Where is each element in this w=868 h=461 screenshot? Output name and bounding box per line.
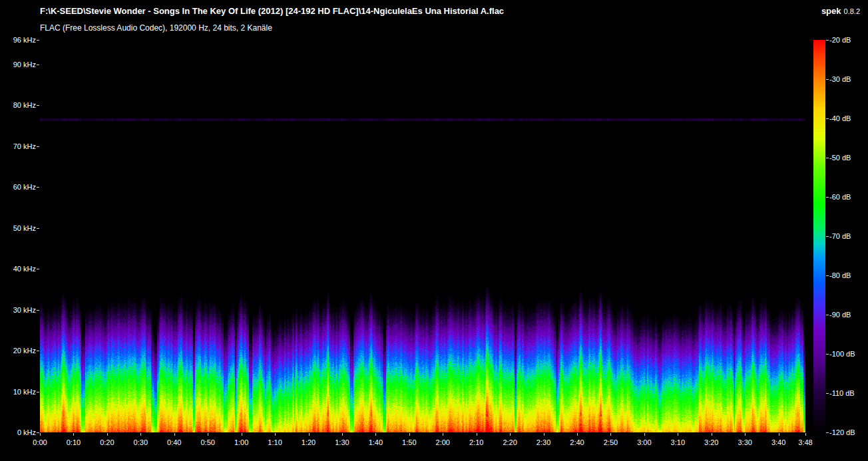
freq-tick-label: 80 kHz: [1, 101, 36, 109]
time-tick: [208, 433, 208, 436]
time-tick: [174, 433, 175, 436]
time-tick-label: 2:30: [529, 438, 558, 446]
time-tick: [644, 433, 645, 436]
time-tick: [610, 433, 611, 436]
time-tick-label: 2:20: [495, 438, 525, 446]
time-tick: [577, 433, 578, 436]
time-tick-label: 2:50: [596, 438, 625, 446]
app-brand: spek0.8.2: [821, 6, 860, 16]
time-tick-label: 3:10: [663, 438, 692, 446]
freq-tick-label: 0 kHz: [1, 428, 36, 436]
freq-tick-label: 70 kHz: [1, 142, 36, 150]
freq-tick-label: 30 kHz: [1, 306, 36, 314]
freq-tick-label: 10 kHz: [1, 388, 36, 396]
db-tick: [826, 275, 829, 276]
freq-tick: [37, 40, 39, 41]
freq-tick: [37, 392, 39, 392]
time-tick: [443, 433, 443, 436]
freq-tick: [37, 105, 39, 106]
time-tick: [342, 433, 343, 436]
time-tick-label: 0:00: [25, 438, 55, 446]
time-tick-label: 0:10: [59, 438, 88, 446]
db-tick: [826, 79, 829, 80]
db-tick-label: -120 dB: [829, 428, 855, 436]
time-tick-label: 1:10: [260, 438, 290, 446]
db-tick-label: -90 dB: [829, 311, 851, 319]
db-tick-label: -30 dB: [829, 75, 851, 83]
db-tick-label: -60 dB: [829, 193, 851, 201]
time-tick-label: 0:30: [126, 438, 155, 446]
db-tick-label: -110 dB: [829, 389, 855, 397]
time-tick-label: 3:20: [697, 438, 726, 446]
freq-tick: [37, 310, 39, 311]
freq-tick: [37, 146, 39, 147]
db-tick-label: -70 dB: [829, 232, 851, 240]
time-tick-label: 1:00: [227, 438, 256, 446]
freq-tick: [37, 65, 39, 65]
db-tick: [826, 432, 829, 433]
time-tick-label: 1:20: [294, 438, 324, 446]
time-tick: [309, 433, 310, 436]
time-tick: [375, 433, 376, 436]
db-tick: [826, 40, 829, 41]
db-tick: [826, 354, 829, 355]
time-tick-label: 0:40: [160, 438, 189, 446]
time-tick: [779, 433, 779, 436]
db-tick: [826, 118, 829, 119]
freq-tick-label: 96 kHz: [1, 36, 36, 44]
app-name: spek: [821, 6, 841, 16]
db-tick-label: -50 dB: [829, 154, 851, 162]
app-version: 0.8.2: [844, 7, 860, 15]
time-tick: [678, 433, 678, 436]
db-tick-label: -80 dB: [829, 271, 851, 279]
freq-tick-label: 50 kHz: [1, 224, 36, 232]
freq-tick-label: 90 kHz: [1, 61, 36, 69]
time-tick-label: 3:48: [791, 438, 820, 446]
freq-tick-label: 40 kHz: [1, 265, 36, 273]
time-tick-label: 0:20: [93, 438, 122, 446]
db-tick: [826, 197, 829, 198]
time-tick-label: 2:00: [428, 438, 457, 446]
time-tick-label: 3:40: [764, 438, 793, 446]
time-tick-label: 0:50: [193, 438, 222, 446]
freq-tick: [37, 187, 39, 188]
db-tick-label: -40 dB: [829, 114, 851, 122]
time-tick-label: 2:40: [562, 438, 592, 446]
db-tick-label: -100 dB: [829, 350, 855, 358]
time-tick: [275, 433, 276, 436]
db-tick: [826, 393, 829, 394]
time-tick: [107, 433, 108, 436]
db-tick: [826, 158, 829, 158]
db-tick: [826, 236, 829, 237]
time-tick: [544, 433, 544, 436]
time-tick: [712, 433, 712, 436]
freq-tick: [37, 228, 39, 229]
time-tick: [242, 433, 242, 436]
time-tick: [805, 433, 806, 436]
time-tick-label: 1:50: [395, 438, 424, 446]
time-tick-label: 1:40: [361, 438, 390, 446]
legend-gradient-bar: [813, 40, 825, 432]
db-tick-label: -20 dB: [829, 36, 851, 44]
freq-tick: [37, 351, 39, 351]
time-tick: [477, 433, 477, 436]
freq-tick-label: 60 kHz: [1, 183, 36, 191]
spectrogram-canvas: [40, 40, 805, 432]
freq-tick: [37, 432, 39, 433]
time-tick: [409, 433, 410, 436]
audio-format-info: FLAC (Free Lossless Audio Codec), 192000…: [40, 23, 272, 33]
time-tick-label: 3:30: [730, 438, 760, 446]
time-tick: [745, 433, 746, 436]
time-tick-label: 3:00: [630, 438, 659, 446]
time-tick: [40, 433, 41, 436]
freq-tick: [37, 269, 39, 269]
file-path: F:\K-SEED\Stevie Wonder - Songs In The K…: [40, 6, 504, 16]
time-tick-label: 2:10: [462, 438, 491, 446]
time-tick: [140, 433, 141, 436]
time-tick: [73, 433, 74, 436]
freq-tick-label: 20 kHz: [1, 347, 36, 355]
db-tick: [826, 315, 829, 315]
time-tick-label: 1:30: [327, 438, 357, 446]
time-tick: [510, 433, 511, 436]
